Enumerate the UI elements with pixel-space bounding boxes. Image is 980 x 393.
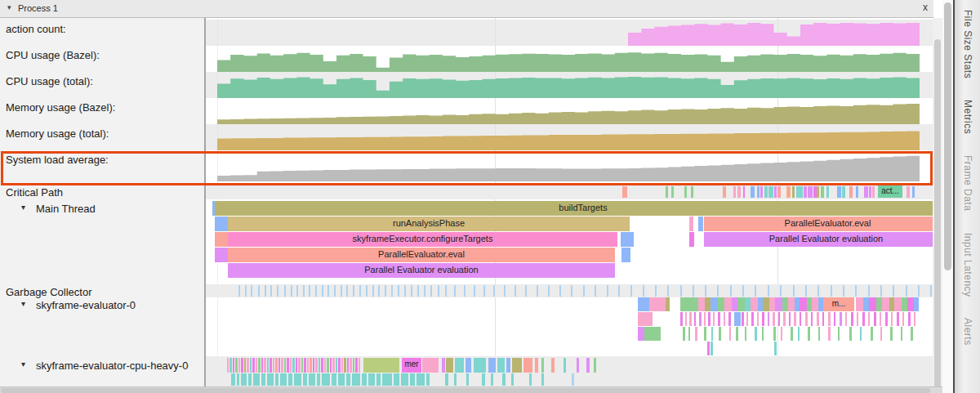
- trace-tick[interactable]: [215, 232, 228, 247]
- trace-tick[interactable]: [914, 312, 915, 326]
- trace-tick[interactable]: [273, 358, 274, 373]
- sidebar-tab-file-size-stats[interactable]: File Size Stats: [962, 10, 973, 78]
- trace-tick[interactable]: [689, 312, 692, 326]
- trace-tick[interactable]: [251, 285, 252, 297]
- trace-tick[interactable]: [855, 285, 857, 297]
- trace-tick[interactable]: [359, 358, 360, 373]
- trace-tick[interactable]: [284, 358, 286, 373]
- trace-tick[interactable]: [344, 358, 346, 373]
- trace-span[interactable]: buildTargets: [215, 201, 933, 216]
- trace-tick[interactable]: [322, 285, 323, 297]
- trace-tick[interactable]: [876, 297, 882, 311]
- trace-tick[interactable]: [410, 373, 415, 386]
- trace-tick[interactable]: [511, 373, 514, 386]
- trace-tick[interactable]: [826, 186, 829, 198]
- trace-tick[interactable]: [275, 358, 278, 373]
- trace-tick[interactable]: [313, 358, 314, 373]
- trace-tick[interactable]: [798, 327, 800, 341]
- trace-tick[interactable]: [695, 327, 697, 341]
- trace-tick[interactable]: [851, 312, 853, 326]
- trace-tick[interactable]: [227, 358, 229, 373]
- trace-tick[interactable]: [324, 358, 326, 373]
- trace-tick[interactable]: [315, 285, 317, 297]
- trace-tick[interactable]: [491, 373, 493, 386]
- trace-tick[interactable]: [742, 312, 744, 326]
- trace-tick[interactable]: [762, 327, 764, 341]
- trace-tick[interactable]: [840, 312, 842, 326]
- trace-tick[interactable]: [638, 327, 644, 341]
- trace-tick[interactable]: [341, 358, 343, 373]
- trace-tick[interactable]: [347, 358, 349, 373]
- trace-tick[interactable]: [821, 186, 824, 198]
- trace-tick[interactable]: [564, 358, 566, 373]
- trace-tick[interactable]: [777, 186, 781, 198]
- trace-tick[interactable]: [891, 312, 893, 326]
- trace-tick[interactable]: [751, 312, 754, 326]
- trace-tick[interactable]: [442, 358, 445, 373]
- trace-tick[interactable]: [455, 358, 464, 373]
- trace-tick[interactable]: [424, 285, 425, 297]
- trace-tick[interactable]: [805, 285, 807, 297]
- trace-tick[interactable]: [736, 327, 738, 341]
- trace-tick[interactable]: [281, 358, 283, 373]
- trace-tick[interactable]: [751, 186, 755, 198]
- trace-tick[interactable]: [504, 285, 506, 297]
- trace-tick[interactable]: [805, 312, 808, 326]
- trace-tick[interactable]: [215, 217, 228, 231]
- counter-area-chart[interactable]: [217, 153, 920, 181]
- trace-tick[interactable]: [258, 358, 261, 373]
- trace-tick[interactable]: [796, 186, 803, 198]
- trace-tick[interactable]: [245, 285, 247, 297]
- trace-tick[interactable]: [350, 358, 352, 373]
- trace-tick[interactable]: [277, 285, 278, 297]
- trace-tick[interactable]: [238, 358, 240, 373]
- trace-tick[interactable]: [724, 297, 732, 311]
- trace-tick[interactable]: [290, 358, 292, 373]
- trace-tick[interactable]: [292, 358, 295, 373]
- trace-tick[interactable]: [535, 358, 538, 373]
- trace-tick[interactable]: [446, 358, 453, 373]
- trace-tick[interactable]: [238, 285, 240, 297]
- trace-tick[interactable]: [401, 373, 408, 386]
- trace-tick[interactable]: [880, 285, 882, 297]
- trace-tick[interactable]: [416, 373, 425, 386]
- trace-tick[interactable]: [745, 327, 746, 341]
- trace-tick[interactable]: [842, 186, 845, 198]
- trace-tick[interactable]: [768, 285, 769, 297]
- counter-area-chart[interactable]: [217, 22, 920, 46]
- counter-area-chart[interactable]: [217, 127, 920, 150]
- trace-tick[interactable]: [705, 297, 710, 311]
- trace-tick[interactable]: [368, 373, 375, 386]
- trace-tick[interactable]: [309, 285, 310, 297]
- trace-tick[interactable]: [906, 186, 910, 198]
- trace-tick[interactable]: [794, 312, 796, 326]
- trace-tick[interactable]: [817, 186, 819, 198]
- trace-tick[interactable]: [880, 327, 882, 341]
- trace-tick[interactable]: [737, 297, 745, 311]
- trace-tick[interactable]: [694, 312, 696, 326]
- trace-tick[interactable]: [327, 358, 329, 373]
- trace-tick[interactable]: [321, 358, 323, 373]
- trace-tick[interactable]: [359, 285, 361, 297]
- trace-tick[interactable]: [577, 358, 579, 373]
- trace-tick[interactable]: [454, 285, 456, 297]
- trace-tick[interactable]: [256, 358, 257, 373]
- trace-tick[interactable]: [704, 327, 706, 341]
- trace-tick[interactable]: [724, 312, 725, 326]
- trace-tick[interactable]: [689, 232, 694, 247]
- trace-tick[interactable]: [757, 312, 759, 326]
- trace-tick[interactable]: [808, 327, 810, 341]
- trace-tick[interactable]: [267, 358, 269, 373]
- trace-tick[interactable]: [742, 285, 744, 297]
- trace-tick[interactable]: [231, 373, 235, 386]
- trace-tick[interactable]: [301, 358, 303, 373]
- trace-tick[interactable]: [643, 285, 644, 297]
- trace-tick[interactable]: [502, 373, 506, 386]
- trace-tick[interactable]: [529, 373, 532, 386]
- track-collapse-icon[interactable]: ▾: [21, 203, 25, 212]
- trace-tick[interactable]: [445, 285, 447, 297]
- sidebar-tab-metrics[interactable]: Metrics: [962, 100, 973, 134]
- timeline-track-area[interactable]: act...buildTargetsrunAnalysisPhaseParall…: [206, 18, 933, 386]
- trace-tick[interactable]: [622, 186, 627, 198]
- trace-tick[interactable]: [778, 312, 780, 326]
